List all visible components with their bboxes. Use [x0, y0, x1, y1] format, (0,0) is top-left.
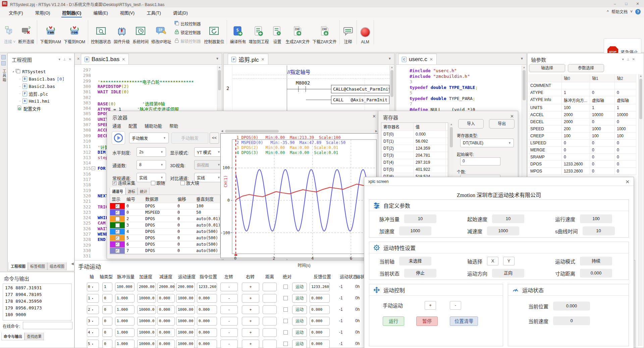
jog-right-button[interactable]: + [242, 305, 259, 314]
menu-编辑(E)[interactable]: 编辑(E) [88, 7, 113, 18]
decel-input[interactable]: 0.000 [157, 317, 175, 326]
channel-row[interactable]: 6DPOS0auto(500) [110, 241, 220, 248]
control-button-位置清零[interactable]: 位置清零 [450, 316, 478, 326]
menu-工具(T)[interactable]: 工具(T) [141, 7, 166, 18]
tab-list-dropdown-icon[interactable]: ▼ [216, 57, 219, 60]
channel-row[interactable]: 2DPOS0auto(0.01) [110, 216, 220, 222]
field-value[interactable]: 正向 [492, 269, 524, 278]
scope-close-icon[interactable]: ✕ [372, 114, 376, 119]
panel-pin-icon[interactable]: ⊥ [63, 57, 66, 61]
absolute-checkbox[interactable] [283, 307, 288, 312]
channel-color-swatch[interactable] [110, 203, 125, 209]
tab-命令与输出[interactable]: 命令与输出 [1, 333, 24, 340]
units-input[interactable]: 1.000 [115, 294, 135, 303]
channel-color-swatch[interactable] [110, 235, 125, 241]
channel-visible-checkbox[interactable] [115, 242, 120, 247]
channel-color-swatch[interactable] [110, 241, 125, 247]
dock-close-icon[interactable]: ✕ [77, 57, 80, 61]
channel-color-swatch[interactable] [110, 248, 125, 254]
channel-row[interactable]: 3DPOS0auto(0.01) [110, 222, 220, 229]
absolute-checkbox[interactable] [283, 285, 288, 289]
ribbon-item-断开连接[interactable]: 断开连接 [17, 19, 36, 45]
ribbon-item-控制器复位[interactable]: 控制器复位 [203, 19, 225, 45]
reg-type-select[interactable]: DT(TABLE)▼ [460, 139, 514, 147]
jog-plus-button[interactable]: + [425, 301, 436, 310]
scope-menu-配置[interactable]: 配置 [128, 122, 137, 129]
panel-dropdown-icon[interactable]: ▾ [59, 57, 60, 61]
channel-visible-checkbox[interactable] [115, 236, 120, 240]
move-button[interactable]: 运动 [292, 283, 307, 291]
accel-input[interactable]: 2000.00 [137, 283, 156, 291]
output-list[interactable]: 176 8897.31931177 8904.78105178 8924.359… [3, 284, 72, 320]
absolute-checkbox[interactable] [283, 342, 288, 346]
close-button[interactable]: ✕ [633, 1, 643, 7]
help-dropdown-icon[interactable]: ˅ [630, 9, 633, 14]
channel-row[interactable]: 0DPOS0100 [110, 203, 220, 209]
tree-item-config[interactable]: 配置文件 [17, 105, 41, 112]
param-select-button[interactable]: 参数选择 [568, 64, 604, 72]
dock-grid-icon[interactable] [1, 55, 6, 59]
dpos-input[interactable]: 0.000 [197, 294, 217, 303]
jog-left-button[interactable]: - [220, 317, 238, 326]
panel-close-icon[interactable]: ✕ [69, 57, 71, 61]
ribbon-item-ALM[interactable]: ALM [358, 19, 372, 45]
table-row[interactable]: SRAMP000 [528, 154, 636, 161]
scope-field-显示模式:[interactable]: YT 模式▼ [194, 147, 223, 157]
fpos-input[interactable]: 0.000 [310, 305, 330, 314]
units-input[interactable]: 1.000 [115, 340, 135, 348]
dpos-input[interactable]: 0.000 [197, 328, 217, 337]
menu-常用(O)[interactable]: 常用(O) [30, 7, 56, 18]
ribbon-item-下载ZAR文件[interactable]: ZAR下载ZAR文件 [311, 19, 338, 45]
reg-start-input[interactable]: 0 [460, 157, 500, 165]
axis-table[interactable]: 轴0轴1轴2COMMENTATYPE100ATYPE Info脉冲方向方...虚… [528, 74, 636, 175]
jog-left-button[interactable]: - [220, 283, 238, 291]
decel-input[interactable]: 2000.00 [157, 283, 175, 291]
table-row[interactable]: CREEP100100100 [528, 133, 636, 140]
chart-hscrollbar[interactable]: ◀ ▶ [220, 129, 378, 133]
atype-input[interactable]: 0 [102, 328, 112, 337]
field-value[interactable]: 10 [492, 214, 524, 223]
channel-visible-checkbox[interactable] [115, 249, 120, 253]
jog-left-button[interactable]: - [220, 328, 238, 337]
registers-table[interactable]: 寄存器名值DT(0)0.000DT(1)56.092DT(2)124.359DT… [381, 122, 448, 181]
axis-select[interactable]: 3 ▾ [87, 317, 99, 326]
check-连续采集[interactable]: 连续采集 [112, 180, 136, 186]
field-value[interactable]: 0.000 [580, 269, 612, 278]
tab-通道号[interactable]: 通道号 [110, 188, 125, 195]
control-button-运行[interactable]: 运行 [383, 316, 404, 326]
ribbon-item-固件升级[interactable]: 固件升级 [112, 19, 131, 45]
decel-input[interactable]: 0.000 [157, 328, 175, 337]
tab-查找结果[interactable]: 查找结果 [24, 333, 44, 340]
menu-文件(F)[interactable]: 文件(F) [3, 7, 29, 18]
speed-input[interactable]: 1000.00 [176, 328, 195, 337]
register-row[interactable]: DT(3)204.781 [381, 152, 448, 159]
check-放大镜[interactable]: 放大镜 [180, 180, 199, 186]
jog-right-button[interactable]: + [242, 317, 259, 326]
move-button[interactable]: 运动 [292, 317, 307, 326]
help-doc-label[interactable]: 帮助文档 [611, 9, 628, 14]
scope-menu-通道[interactable]: 通道 [112, 122, 121, 129]
table-row[interactable]: LSPEED000 [528, 140, 636, 147]
jog-right-button[interactable]: + [242, 340, 259, 348]
control-button-暂停[interactable]: 暂停 [416, 316, 438, 326]
manual-trigger-button[interactable]: 手动触发 [171, 133, 208, 144]
check-跟随[interactable]: 跟随 [151, 180, 165, 186]
table-row[interactable]: DPOS1233.260000 [528, 161, 636, 168]
field-value[interactable]: 停止 [404, 269, 436, 278]
tab-close-icon[interactable]: ✕ [261, 57, 264, 62]
jog-right-button[interactable]: + [242, 294, 259, 303]
field-value[interactable]: 持续 [580, 257, 612, 265]
axis-select[interactable]: 5 ▾ [87, 340, 99, 348]
absolute-checkbox[interactable] [283, 330, 288, 335]
scope-menu-辅助功能[interactable]: 辅助功能 [145, 122, 162, 129]
tree-item-Basic1.bas[interactable]: ─BBasic1.bas [0] [19, 76, 65, 82]
distance-input[interactable] [263, 328, 277, 337]
fpos-input[interactable]: 1233.260 [310, 283, 330, 291]
channel-visible-checkbox[interactable] [115, 210, 120, 215]
tree-item-追剪.plc[interactable]: ─P追剪.plc [19, 90, 48, 97]
speed-input[interactable]: 1000.00 [176, 340, 195, 348]
channel-visible-checkbox[interactable] [115, 223, 120, 228]
jog-right-button[interactable]: + [242, 283, 259, 291]
axis-select[interactable]: 0 ▾ [87, 283, 99, 291]
toolbox-vertical-tab[interactable]: 工具箱 [1, 69, 7, 82]
